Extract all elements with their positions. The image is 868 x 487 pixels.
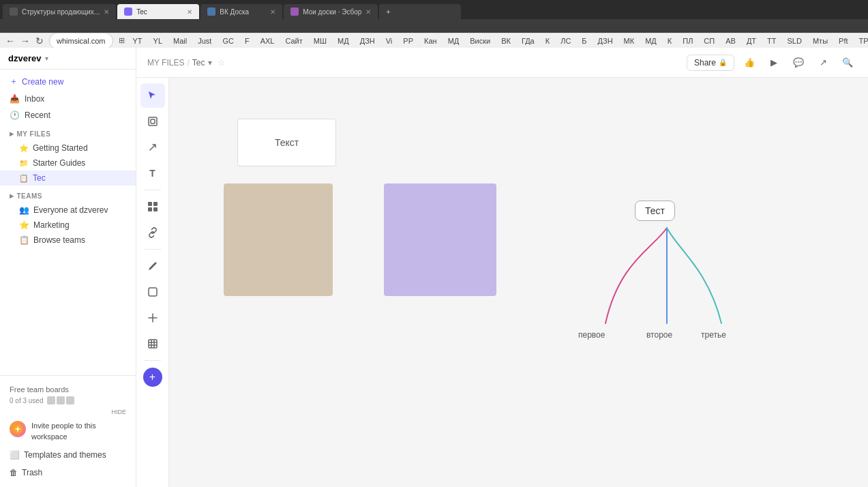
canvas-content[interactable]: Текст xyxy=(169,78,868,487)
bookmark-axl[interactable]: AXL xyxy=(258,36,278,46)
sidebar-item-inbox[interactable]: 📥 Inbox xyxy=(0,91,136,107)
present-button[interactable]: ▶ xyxy=(764,53,783,72)
tab-3-close[interactable]: ✕ xyxy=(270,8,275,16)
invite-section[interactable]: Invite people to this workspace xyxy=(0,417,136,446)
bookmark-mty[interactable]: Мты xyxy=(810,36,830,46)
sidebar-file-tec[interactable]: 📋 Tec xyxy=(0,171,136,186)
sidebar-file-starter-guides[interactable]: 📁 Starter Guides xyxy=(0,156,136,171)
sidebar-team-everyone[interactable]: 👥 Everyone at dzverev xyxy=(0,203,136,218)
tab-4-close[interactable]: ✕ xyxy=(365,8,371,16)
bookmark-sld[interactable]: SLD xyxy=(785,36,805,46)
sidebar-team-marketing[interactable]: ⭐ Marketing xyxy=(0,218,136,233)
bookmark-vi[interactable]: Vi xyxy=(383,36,395,46)
bookmark-k[interactable]: К xyxy=(543,36,552,46)
tab-3[interactable]: ВК Доска ✕ xyxy=(200,4,282,19)
bookmark-dzn2[interactable]: ДЗН xyxy=(595,36,616,46)
tab-1[interactable]: Структуры продающих... ✕ xyxy=(3,4,116,19)
bookmark-md3[interactable]: МД xyxy=(642,36,659,46)
bookmark-tt[interactable]: ТТ xyxy=(764,36,779,46)
sidebar-file-getting-started[interactable]: ⭐ Getting Started xyxy=(0,141,136,156)
tab-1-close[interactable]: ✕ xyxy=(104,8,109,16)
bookmark-yt[interactable]: YT xyxy=(130,36,145,46)
tool-arrow[interactable] xyxy=(140,135,165,160)
extensions-button[interactable]: ⊞ xyxy=(119,34,125,48)
bookmark-vk[interactable]: ВК xyxy=(498,36,513,46)
trash-label: Trash xyxy=(22,468,42,477)
bookmark-f[interactable]: F xyxy=(242,36,252,46)
tool-table[interactable] xyxy=(140,331,165,356)
tool-plus-cross[interactable] xyxy=(140,306,165,330)
text-frame[interactable]: Текст xyxy=(237,119,336,166)
back-button[interactable]: ← xyxy=(5,34,15,48)
trash-button[interactable]: 🗑 Trash xyxy=(0,464,136,482)
tool-add-new[interactable]: + xyxy=(143,368,162,387)
create-button[interactable]: ＋ Create new xyxy=(0,72,136,91)
tool-frame[interactable] xyxy=(140,109,165,134)
tan-frame[interactable] xyxy=(224,183,333,296)
new-tab-button[interactable]: + xyxy=(379,4,461,19)
bookmark-mail[interactable]: Mail xyxy=(170,36,190,46)
workspace-chevron[interactable]: ▾ xyxy=(45,55,48,62)
workspace-name[interactable]: dzverev xyxy=(8,53,41,63)
bookmark-dzn[interactable]: ДЗН xyxy=(357,36,378,46)
breadcrumb-current[interactable]: Tec xyxy=(192,58,205,68)
share-button[interactable]: Share 🔒 xyxy=(687,55,734,71)
tab-2[interactable]: Tec ✕ xyxy=(117,4,199,19)
bookmark-just[interactable]: Just xyxy=(195,36,214,46)
tab-4[interactable]: Мои доски · Эсбор ✕ xyxy=(284,4,378,19)
breadcrumb-root[interactable]: MY FILES xyxy=(147,58,184,68)
my-files-section[interactable]: ▶ MY FILES xyxy=(0,123,136,141)
bookmark-site[interactable]: Сайт xyxy=(282,36,305,46)
progress-sq-1 xyxy=(47,396,55,404)
star-icon[interactable]: ☆ xyxy=(218,57,226,68)
tool-link[interactable] xyxy=(140,220,165,245)
teams-section[interactable]: ▶ TEAMS xyxy=(0,186,136,203)
address-bar[interactable]: whimsical.com xyxy=(49,33,113,48)
mind-root-node[interactable]: Тест xyxy=(635,201,675,221)
create-plus-icon: ＋ xyxy=(10,76,18,87)
bookmark-dt[interactable]: ДТ xyxy=(744,36,759,46)
breadcrumb: MY FILES / Tec ▾ xyxy=(147,58,212,68)
templates-button[interactable]: ⬜ Templates and themes xyxy=(0,446,136,464)
tool-shape[interactable] xyxy=(140,280,165,304)
refresh-button[interactable]: ↻ xyxy=(35,34,44,48)
chat-button[interactable]: 💬 xyxy=(789,53,808,72)
tool-text[interactable]: T xyxy=(140,161,165,186)
bookmark-msh[interactable]: МШ xyxy=(311,36,329,46)
bookmark-rft[interactable]: Рft xyxy=(836,36,850,46)
forward-button[interactable]: → xyxy=(20,34,30,48)
share-arrow-button[interactable]: ↗ xyxy=(813,53,833,72)
bookmark-b[interactable]: Б xyxy=(579,36,589,46)
purple-frame[interactable] xyxy=(384,183,496,296)
hide-label[interactable]: HIDE xyxy=(111,409,126,415)
bookmark-pl[interactable]: ПЛ xyxy=(680,36,695,46)
bookmark-k2[interactable]: К xyxy=(665,36,674,46)
bookmark-mk[interactable]: МК xyxy=(621,36,638,46)
tab-2-close[interactable]: ✕ xyxy=(187,8,192,16)
breadcrumb-sep-1: / xyxy=(187,58,189,68)
search-button[interactable]: 🔍 xyxy=(838,53,857,72)
bookmark-rr[interactable]: РР xyxy=(400,36,416,46)
tool-select[interactable] xyxy=(140,83,165,108)
bookmark-gc[interactable]: GC xyxy=(220,36,237,46)
canvas-area[interactable]: T xyxy=(136,78,868,487)
bookmark-viski[interactable]: Виски xyxy=(467,36,493,46)
text-tool-label: T xyxy=(149,168,155,179)
sidebar-item-recent[interactable]: 🕐 Recent xyxy=(0,107,136,123)
breadcrumb-chevron[interactable]: ▾ xyxy=(208,58,212,68)
bookmark-ls[interactable]: ЛС xyxy=(558,36,573,46)
tool-apps[interactable] xyxy=(140,194,165,219)
bookmark-gda[interactable]: ГДа xyxy=(519,36,537,46)
sidebar-item-browse-teams[interactable]: 📋 Browse teams xyxy=(0,233,136,248)
svg-rect-2 xyxy=(151,119,155,123)
bookmark-trb[interactable]: ТРб xyxy=(856,36,869,46)
tool-draw[interactable] xyxy=(140,254,165,278)
bookmark-yl[interactable]: YL xyxy=(151,36,165,46)
like-button[interactable]: 👍 xyxy=(740,53,759,72)
bookmark-kan[interactable]: Кан xyxy=(421,36,440,46)
bookmark-ab[interactable]: АВ xyxy=(723,36,738,46)
bookmark-sp[interactable]: СП xyxy=(701,36,717,46)
bookmark-md[interactable]: МД xyxy=(335,36,352,46)
share-label: Share xyxy=(694,58,716,68)
bookmark-mdu[interactable]: МД xyxy=(445,36,462,46)
